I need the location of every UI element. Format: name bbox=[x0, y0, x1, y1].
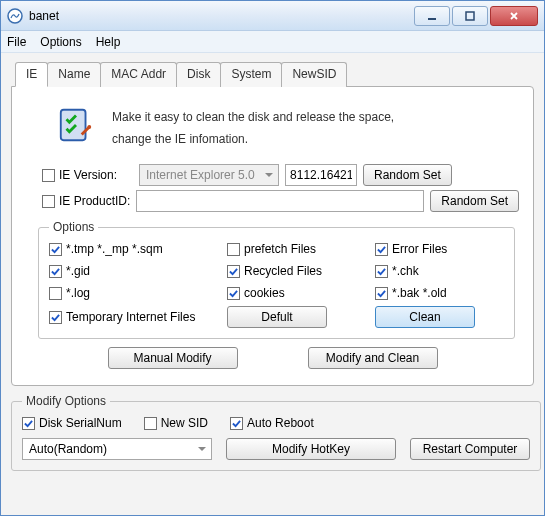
default-button[interactable]: Defult bbox=[227, 306, 327, 328]
ie-version-build[interactable] bbox=[285, 164, 357, 186]
checkbox-icon bbox=[227, 265, 240, 278]
ie-version-label: IE Version: bbox=[59, 168, 117, 182]
checkbox-icon bbox=[227, 243, 240, 256]
opt-tmp[interactable]: *.tmp *._mp *.sqm bbox=[49, 242, 219, 256]
close-button[interactable] bbox=[490, 6, 538, 26]
checkbox-icon bbox=[42, 195, 55, 208]
checkbox-icon bbox=[375, 243, 388, 256]
opt-gid[interactable]: *.gid bbox=[49, 264, 219, 278]
checkbox-icon bbox=[49, 311, 62, 324]
ie-version-select[interactable]: Internet Explorer 5.0 bbox=[139, 164, 279, 186]
opt-log[interactable]: *.log bbox=[49, 286, 219, 300]
modify-options-legend: Modify Options bbox=[22, 394, 110, 408]
intro-text: Make it easy to clean the disk and relea… bbox=[112, 105, 394, 150]
tab-panel-ie: Make it easy to clean the disk and relea… bbox=[11, 86, 534, 386]
mode-select-value: Auto(Random) bbox=[29, 442, 107, 456]
options-legend: Options bbox=[49, 220, 98, 234]
menu-file[interactable]: File bbox=[7, 35, 26, 49]
intro-line2: change the IE infomation. bbox=[112, 129, 394, 151]
svg-rect-1 bbox=[428, 18, 436, 20]
opt-new-sid[interactable]: New SID bbox=[144, 416, 208, 430]
ie-version-value: Internet Explorer 5.0 bbox=[146, 168, 255, 182]
intro-block: Make it easy to clean the disk and relea… bbox=[56, 105, 519, 150]
checkbox-icon bbox=[144, 417, 157, 430]
menu-help[interactable]: Help bbox=[96, 35, 121, 49]
opt-tempinet[interactable]: Temporary Internet Files bbox=[49, 310, 219, 324]
checkbox-icon bbox=[230, 417, 243, 430]
clean-button[interactable]: Clean bbox=[375, 306, 475, 328]
intro-line1: Make it easy to clean the disk and relea… bbox=[112, 107, 394, 129]
checkbox-icon bbox=[49, 265, 62, 278]
checkbox-icon bbox=[375, 265, 388, 278]
manual-modify-button[interactable]: Manual Modify bbox=[108, 347, 238, 369]
checkbox-icon bbox=[227, 287, 240, 300]
options-group: Options *.tmp *._mp *.sqm prefetch Files… bbox=[38, 220, 515, 339]
checkbox-icon bbox=[22, 417, 35, 430]
tab-name[interactable]: Name bbox=[47, 62, 101, 87]
tab-newsid[interactable]: NewSID bbox=[281, 62, 347, 87]
random-set-version-button[interactable]: Random Set bbox=[363, 164, 452, 186]
app-window: banet File Options Help IE Name MAC Addr… bbox=[0, 0, 545, 516]
ie-productid-input[interactable] bbox=[136, 190, 424, 212]
checkbox-icon bbox=[42, 169, 55, 182]
modify-and-clean-button[interactable]: Modify and Clean bbox=[308, 347, 438, 369]
tab-system[interactable]: System bbox=[220, 62, 282, 87]
tab-ie[interactable]: IE bbox=[15, 62, 48, 87]
ie-version-check[interactable]: IE Version: bbox=[42, 168, 117, 182]
checkbox-icon bbox=[375, 287, 388, 300]
mode-select[interactable]: Auto(Random) bbox=[22, 438, 212, 460]
modify-hotkey-button[interactable]: Modify HotKey bbox=[226, 438, 396, 460]
maximize-button[interactable] bbox=[452, 6, 488, 26]
opt-auto-reboot[interactable]: Auto Reboot bbox=[230, 416, 314, 430]
menu-bar: File Options Help bbox=[1, 31, 544, 53]
client-area: IE Name MAC Addr Disk System NewSID bbox=[1, 53, 544, 515]
opt-bak[interactable]: *.bak *.old bbox=[375, 286, 495, 300]
checkbox-icon bbox=[49, 287, 62, 300]
svg-rect-4 bbox=[61, 110, 86, 140]
opt-cookies[interactable]: cookies bbox=[227, 286, 367, 300]
random-set-productid-button[interactable]: Random Set bbox=[430, 190, 519, 212]
svg-rect-2 bbox=[466, 12, 474, 20]
opt-chk[interactable]: *.chk bbox=[375, 264, 495, 278]
ie-productid-check[interactable]: IE ProductID: bbox=[42, 194, 130, 208]
title-bar: banet bbox=[1, 1, 544, 31]
checkbox-icon bbox=[49, 243, 62, 256]
opt-recycled[interactable]: Recycled Files bbox=[227, 264, 367, 278]
svg-point-5 bbox=[87, 125, 91, 129]
tab-mac[interactable]: MAC Addr bbox=[100, 62, 177, 87]
opt-prefetch[interactable]: prefetch Files bbox=[227, 242, 367, 256]
ie-productid-label: IE ProductID: bbox=[59, 194, 130, 208]
tab-disk[interactable]: Disk bbox=[176, 62, 221, 87]
minimize-button[interactable] bbox=[414, 6, 450, 26]
tab-strip: IE Name MAC Addr Disk System NewSID bbox=[15, 61, 534, 86]
opt-disk-serial[interactable]: Disk SerialNum bbox=[22, 416, 122, 430]
window-title: banet bbox=[29, 9, 59, 23]
opt-error[interactable]: Error Files bbox=[375, 242, 495, 256]
restart-computer-button[interactable]: Restart Computer bbox=[410, 438, 530, 460]
checklist-icon bbox=[56, 105, 96, 145]
menu-options[interactable]: Options bbox=[40, 35, 81, 49]
app-icon bbox=[7, 8, 23, 24]
modify-options-group: Modify Options Disk SerialNum New SID Au… bbox=[11, 394, 541, 471]
